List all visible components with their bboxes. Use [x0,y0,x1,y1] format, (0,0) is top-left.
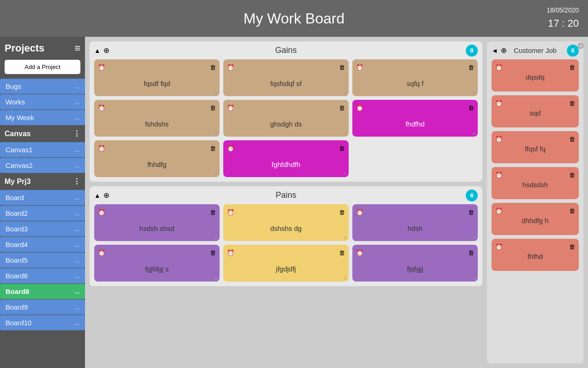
trash-icon[interactable] [468,248,474,257]
sidebar-item-board2-label: Board2 [6,209,28,217]
trash-icon[interactable] [468,208,474,216]
pains-card-4[interactable]: jfgdjdfj [223,245,349,282]
customer-job-card-3[interactable]: hsdsdsh [492,167,579,199]
sidebar-group-myprj3[interactable]: My Prj3 ⋮ [0,173,85,190]
pains-add-icon[interactable] [103,191,109,200]
sidebar-title: Projects [5,42,45,54]
pains-card-1-text: dshshs dg [227,219,345,237]
customer-job-card-2[interactable]: ffqsf fq [492,131,579,163]
sidebar-item-board[interactable]: Board ... [0,190,85,205]
resize-handle[interactable] [472,87,475,95]
gains-card-2-header [356,63,474,71]
gains-card-4[interactable]: ghsdgh ds [223,100,349,137]
trash-icon[interactable] [569,171,575,179]
pains-card-3[interactable]: fgjfdgj s [94,245,220,282]
sidebar-group-myprj3-label: My Prj3 [5,178,31,186]
gains-collapse-icon[interactable] [94,46,101,55]
pains-card-3-text: fgjfdgj s [98,259,216,278]
resize-handle[interactable] [343,87,346,95]
alarm-icon [227,104,234,112]
gains-card-5[interactable]: fhdfhd [352,100,478,137]
gains-card-3[interactable]: fshdshs [94,100,220,137]
pains-collapse-icon[interactable] [94,191,101,200]
resize-handle[interactable] [214,168,217,176]
pains-card-4-text: jfgdjdfj [227,259,345,278]
resize-handle[interactable] [343,168,346,176]
sidebar-group-canvas-label: Canvas [5,130,31,138]
resize-handle[interactable] [214,87,217,95]
sidebar-item-board2[interactable]: Board2 ... [0,206,85,221]
customer-job-card-1[interactable]: sqd [492,95,579,127]
sidebar-menu-icon[interactable] [74,42,80,54]
time-display: 17 : 20 [547,16,579,32]
datetime-display: 18/05/2020 17 : 20 [547,5,579,32]
sidebar-item-works[interactable]: Works ... [0,94,85,109]
customer-job-cards: dqsdq sqd ffqsf fq [492,59,579,271]
resize-handle[interactable] [343,128,346,135]
sidebar-item-myweek[interactable]: My Week ... [0,110,85,125]
customer-job-card-4[interactable]: dhhdfg h [492,203,579,235]
customer-job-collapse-icon[interactable] [492,46,498,55]
trash-icon[interactable] [468,104,474,112]
trash-icon[interactable] [210,248,216,257]
sidebar-item-board6[interactable]: Board6 ... [0,268,85,283]
resize-handle[interactable] [214,273,217,280]
trash-icon[interactable] [468,63,474,71]
resize-handle[interactable] [472,128,475,135]
pains-card-5[interactable]: fjqfgjj [352,245,478,282]
pains-card-2[interactable]: hdsh [352,204,478,241]
trash-icon[interactable] [339,144,345,152]
sidebar-item-board9[interactable]: Board9 ... [0,299,85,315]
sidebar-item-works-label: Works [6,98,25,106]
trash-icon[interactable] [339,104,345,112]
resize-handle[interactable] [343,273,346,280]
gains-card-7[interactable]: fghfdhdfh [223,140,349,177]
resize-handle[interactable] [472,273,475,280]
sidebar-item-board3[interactable]: Board3 ... [0,221,85,236]
gains-card-2[interactable]: sqfq f [352,59,478,96]
trash-icon[interactable] [210,144,216,152]
trash-icon[interactable] [210,63,216,71]
resize-handle[interactable] [343,232,346,240]
sidebar-item-board4[interactable]: Board4 ... [0,237,85,252]
pains-cards-grid: hsdsh shsd dshshs dg [94,204,478,282]
sidebar-item-canvas2[interactable]: Canvas2 ... [0,158,85,173]
trash-icon[interactable] [569,63,575,71]
customer-job-card-5[interactable]: fhfhd [492,239,579,271]
sidebar-item-canvas2-dots: ... [75,162,79,169]
sidebar-item-board10[interactable]: Board10 ... [0,315,85,330]
customer-job-card-0[interactable]: dqsdq [492,59,579,92]
gains-card-1[interactable]: fqsfsdqf sf [223,59,349,96]
sidebar-item-works-dots: ... [75,99,79,105]
alarm-icon [227,208,234,216]
trash-icon[interactable] [339,248,345,257]
gains-card-0[interactable]: fqsdf fqd [94,59,220,96]
sidebar-group-canvas[interactable]: Canvas ⋮ [0,126,85,142]
trash-icon[interactable] [210,104,216,112]
pains-card-1[interactable]: dshshs dg [223,204,349,241]
trash-icon[interactable] [569,135,575,143]
resize-handle[interactable] [472,232,475,240]
sidebar-group-canvas-dots: ⋮ [73,129,80,138]
trash-icon[interactable] [339,63,345,71]
gains-card-6[interactable]: fhhdfg [94,140,220,177]
customer-job-card-5-text: fhfhd [495,253,575,260]
sidebar-item-board5[interactable]: Board5 ... [0,253,85,268]
sidebar-item-canvas1[interactable]: Canvas1 ... [0,142,85,157]
trash-icon[interactable] [210,208,216,216]
add-project-button[interactable]: Add a Project [5,60,80,74]
customer-job-add-icon[interactable] [501,46,507,55]
pains-card-0[interactable]: hsdsh shsd [94,204,220,241]
sidebar-item-board8[interactable]: Board8 ... [0,284,85,299]
trash-icon[interactable] [569,242,575,251]
settings-icon[interactable] [577,40,584,51]
resize-handle[interactable] [214,232,217,240]
resize-handle[interactable] [214,128,217,135]
gains-card-4-text: ghsdgh ds [227,115,345,133]
trash-icon[interactable] [339,208,345,216]
sidebar-item-bugs[interactable]: Bugs ... [0,79,85,94]
gains-add-icon[interactable] [103,46,109,55]
pains-title: Pains [276,190,296,200]
trash-icon[interactable] [569,99,575,107]
trash-icon[interactable] [569,207,575,215]
